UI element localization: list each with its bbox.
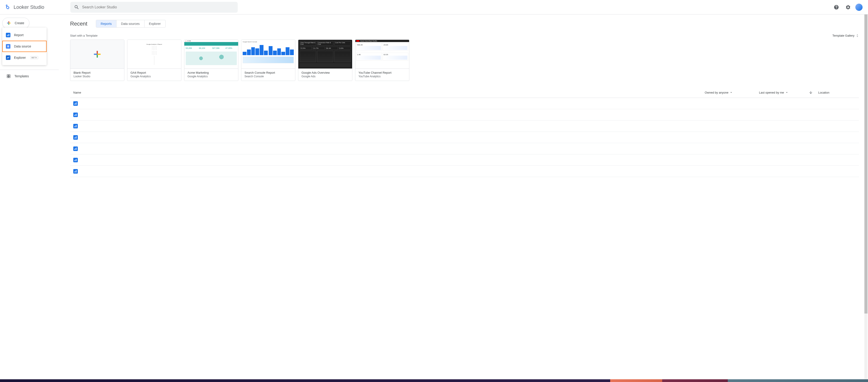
svg-rect-27 — [75, 171, 76, 172]
column-location: Location — [818, 91, 859, 94]
report-icon — [73, 124, 78, 128]
column-name[interactable]: Name — [70, 91, 705, 94]
section-header: Recent Reports Data sources Explorer — [70, 20, 859, 28]
help-button[interactable] — [832, 3, 841, 12]
svg-rect-8 — [74, 103, 75, 105]
templates-heading: Start with a Template — [70, 34, 97, 37]
template-thumb: Google Analytics 4 Report — [127, 40, 181, 69]
create-button[interactable]: Create — [2, 18, 29, 29]
templates-icon — [6, 74, 11, 78]
expand-icon — [856, 34, 859, 37]
svg-rect-24 — [75, 159, 76, 161]
template-card-search-console[interactable]: Google Search Console Search Console Rep… — [241, 39, 296, 81]
column-owned-filter[interactable]: Owned by anyone — [705, 91, 759, 94]
create-menu-data-source-label: Data source — [14, 44, 31, 48]
app-title: Looker Studio — [13, 4, 44, 10]
svg-rect-23 — [74, 160, 75, 161]
table-row[interactable] — [70, 121, 859, 132]
template-thumb: Google Search Console — [241, 40, 295, 69]
table-header: Name Owned by anyone Last opened by me L… — [70, 87, 859, 98]
svg-rect-6 — [7, 46, 9, 46]
tab-explorer[interactable]: Explorer — [145, 20, 165, 27]
sidebar: Create Report Data source Explorer — [0, 14, 59, 379]
table-row[interactable] — [70, 98, 859, 109]
template-card-google-ads[interactable]: Click Through Rate & CostConversion Rate… — [298, 39, 352, 81]
template-thumb — [70, 40, 124, 69]
template-thumb: Click Through Rate & CostConversion Rate… — [298, 40, 352, 69]
tab-data-sources[interactable]: Data sources — [117, 20, 144, 27]
svg-rect-7 — [7, 47, 9, 47]
svg-point-1 — [6, 5, 7, 6]
template-thumb: Sample Channel Report Headline 568.3K 24… — [355, 40, 409, 69]
template-subtitle: Google Analytics — [187, 75, 235, 78]
report-icon — [73, 169, 78, 173]
gear-icon — [845, 4, 851, 10]
table-row[interactable] — [70, 166, 859, 177]
nav-templates[interactable]: Templates — [0, 72, 56, 81]
column-last-opened-filter[interactable]: Last opened by me — [759, 91, 809, 94]
dropdown-icon — [730, 91, 733, 94]
report-icon — [73, 147, 78, 151]
scrollbar[interactable] — [864, 14, 868, 379]
dropdown-icon — [785, 91, 788, 94]
svg-rect-3 — [8, 34, 8, 36]
main-content: Recent Reports Data sources Explorer Sta… — [59, 14, 868, 379]
create-menu-data-source[interactable]: Data source — [2, 41, 46, 52]
template-gallery-link[interactable]: Template Gallery — [832, 34, 859, 37]
create-menu: Report Data source Explorer BETA — [2, 28, 46, 65]
logo-area[interactable]: Looker Studio — [4, 4, 70, 10]
svg-rect-28 — [76, 170, 77, 172]
explorer-icon — [6, 55, 10, 60]
report-icon — [73, 113, 78, 117]
tab-reports[interactable]: Reports — [96, 20, 117, 27]
svg-rect-25 — [76, 159, 77, 161]
template-card-acme[interactable]: ▲ ACME 53,206 66,104 327,396 47.29% Acme… — [184, 39, 238, 81]
svg-rect-10 — [76, 102, 77, 105]
create-menu-report[interactable]: Report — [2, 29, 46, 41]
table-row[interactable] — [70, 109, 859, 121]
report-icon — [73, 101, 78, 106]
table-body — [70, 98, 859, 177]
template-header: Start with a Template Template Gallery — [70, 34, 859, 37]
template-card-youtube[interactable]: Sample Channel Report Headline 568.3K 24… — [355, 39, 409, 81]
beta-badge: BETA — [30, 56, 38, 59]
table-row[interactable] — [70, 154, 859, 166]
search-box[interactable] — [70, 2, 238, 13]
create-menu-explorer[interactable]: Explorer BETA — [2, 52, 46, 63]
plus-icon — [92, 49, 102, 59]
template-title: Acme Marketing — [187, 71, 235, 74]
svg-rect-18 — [75, 137, 76, 138]
table-row[interactable] — [70, 143, 859, 154]
search-icon — [74, 4, 80, 10]
template-title: YouTube Channel Report — [359, 71, 406, 74]
user-avatar[interactable] — [855, 4, 863, 11]
sort-descending-icon[interactable] — [809, 90, 813, 94]
template-title: Search Console Report — [245, 71, 292, 74]
svg-rect-11 — [74, 115, 75, 116]
template-card-ga4[interactable]: Google Analytics 4 Report GA4 Report Goo… — [127, 39, 181, 81]
svg-rect-21 — [75, 148, 76, 150]
settings-button[interactable] — [844, 3, 852, 12]
scrollbar-thumb[interactable] — [864, 14, 868, 314]
template-subtitle: Google Analytics — [130, 75, 178, 78]
template-row: Blank Report Looker Studio Google Analyt… — [70, 39, 859, 81]
section-title: Recent — [70, 21, 87, 27]
template-title: Blank Report — [73, 71, 121, 74]
create-menu-report-label: Report — [14, 33, 24, 37]
app-header: Looker Studio — [0, 0, 868, 14]
template-subtitle: Looker Studio — [73, 75, 121, 78]
template-thumb: ▲ ACME 53,206 66,104 327,396 47.29% — [184, 40, 238, 69]
search-input[interactable] — [82, 5, 234, 9]
help-icon — [834, 4, 839, 10]
svg-rect-19 — [76, 136, 77, 138]
looker-studio-logo-icon — [4, 4, 11, 10]
svg-rect-9 — [75, 103, 76, 105]
svg-rect-15 — [75, 125, 76, 127]
svg-rect-5 — [7, 45, 9, 46]
template-title: GA4 Report — [130, 71, 178, 74]
table-row[interactable] — [70, 132, 859, 143]
template-card-blank[interactable]: Blank Report Looker Studio — [70, 39, 124, 81]
template-subtitle: Search Console — [245, 75, 292, 78]
template-subtitle: YouTube Analytics — [359, 75, 406, 78]
template-title: Google Ads Overview — [302, 71, 349, 74]
